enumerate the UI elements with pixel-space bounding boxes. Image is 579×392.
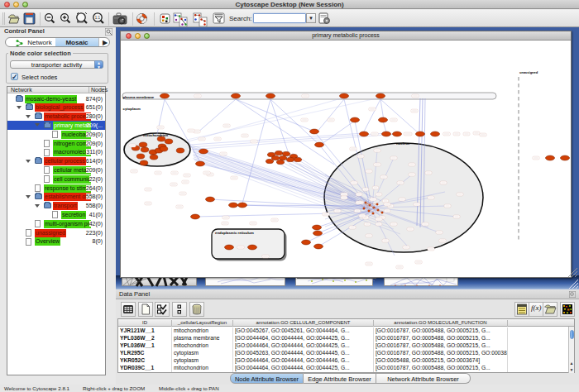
svg-text:1:1: 1:1 [95,16,101,20]
svg-text:plasma membrane: plasma membrane [123,95,155,99]
svg-text:nucleus: nucleus [396,141,410,146]
svg-text:endoplasmic reticulum: endoplasmic reticulum [215,231,254,235]
svg-text:mitochondrion: mitochondrion [143,133,168,137]
svg-text:cytoplasm: cytoplasm [123,107,141,111]
svg-text:unassigned: unassigned [519,70,538,74]
